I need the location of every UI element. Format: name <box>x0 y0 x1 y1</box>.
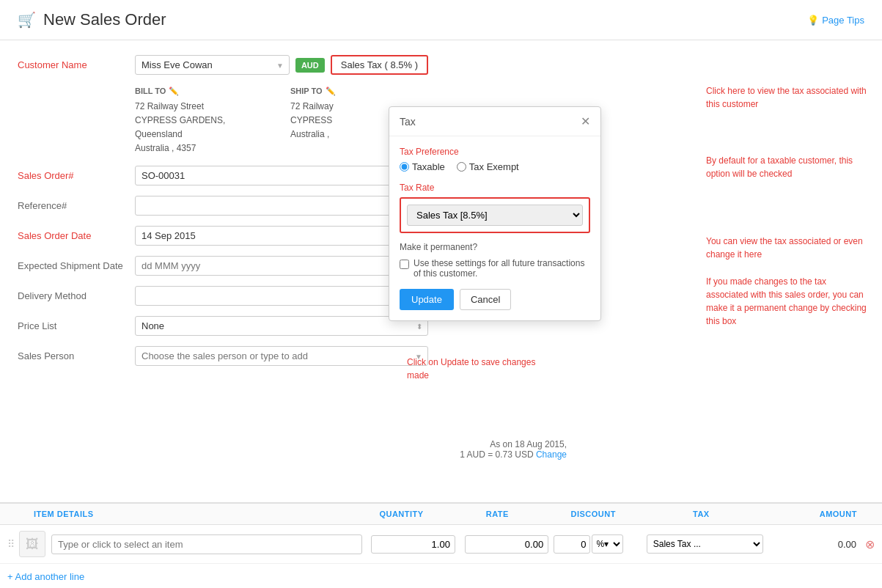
customer-input[interactable] <box>135 55 290 75</box>
modal-title: Tax <box>400 116 416 128</box>
tax-rate-select[interactable]: Sales Tax [8.5%] <box>407 205 583 226</box>
sales-order-input[interactable] <box>135 166 428 185</box>
taxable-radio[interactable] <box>400 162 409 172</box>
tax-rate-label: Tax Rate <box>400 183 590 193</box>
tax-exempt-label: Tax Exempt <box>469 161 519 172</box>
item-rate-input[interactable] <box>465 535 548 554</box>
page-tips-link[interactable]: 💡 Page Tips <box>807 15 864 26</box>
cart-icon: 🛒 <box>18 11 36 29</box>
item-discount-input[interactable] <box>554 535 590 554</box>
sales-person-input[interactable] <box>135 346 428 366</box>
annotation-3: You can view the tax associated or even … <box>706 235 867 261</box>
bill-address: 72 Railway Street CYPRESS GARDENS, Queen… <box>135 100 273 156</box>
table-row: ⠿ 🖼 %▾ Sales Tax ... 0.00 <box>0 525 882 564</box>
delivery-method-input[interactable] <box>135 286 428 306</box>
delivery-method-label: Delivery Method <box>18 286 135 301</box>
sales-order-date-label: Sales Order Date <box>18 226 135 241</box>
col-amount-header: AMOUNT <box>761 510 875 518</box>
annotation-5: If you made changes to the tax associate… <box>706 275 867 328</box>
col-qty-header: QUANTITY <box>353 510 449 518</box>
drag-handle-icon[interactable]: ⠿ <box>7 538 15 550</box>
item-amount: 0.00 <box>763 539 862 550</box>
annotation-2: By default for a taxable customer, this … <box>706 154 867 180</box>
exchange-rate-change[interactable]: Change <box>536 449 567 460</box>
make-permanent-label: Make it permanent? <box>400 242 590 252</box>
col-item-header: ITEM DETAILS <box>7 510 353 518</box>
update-button[interactable]: Update <box>400 289 454 310</box>
tips-icon: 💡 <box>807 15 819 26</box>
item-table-header: ITEM DETAILS QUANTITY RATE DISCOUNT TAX … <box>0 504 882 525</box>
exchange-rate-value: 1 AUD = 0.73 USD <box>460 449 533 460</box>
taxable-label: Taxable <box>412 161 445 172</box>
bill-to-label: BILL TO <box>135 85 166 98</box>
taxable-option[interactable]: Taxable <box>400 161 445 172</box>
sales-order-label: Sales Order# <box>18 166 135 181</box>
tax-exempt-radio[interactable] <box>457 162 466 172</box>
item-tax-select[interactable]: Sales Tax ... <box>647 534 763 554</box>
item-qty-input[interactable] <box>371 535 455 554</box>
currency-badge[interactable]: AUD <box>295 58 325 73</box>
col-tax-header: TAX <box>642 510 762 518</box>
sales-person-label: Sales Person <box>18 346 135 361</box>
col-discount-header: DISCOUNT <box>545 510 642 518</box>
permanent-checkbox-label: Use these settings for all future transa… <box>414 258 590 279</box>
permanent-checkbox[interactable] <box>400 260 409 269</box>
sales-tax-button[interactable]: Sales Tax ( 8.5% ) <box>331 55 428 75</box>
customer-label: Customer Name <box>18 55 135 70</box>
modal-close-button[interactable]: ✕ <box>581 114 590 128</box>
price-list-label: Price List <box>18 316 135 331</box>
item-delete-icon[interactable]: ⊗ <box>865 537 875 551</box>
tax-preference-label: Tax Preference <box>400 147 590 157</box>
sales-order-date-input[interactable] <box>135 226 428 246</box>
annotation-1: Click here to view the tax associated wi… <box>706 84 867 111</box>
reference-label: Reference# <box>18 196 135 211</box>
expected-shipment-label: Expected Shipment Date <box>18 256 135 273</box>
ship-to-edit-icon[interactable]: ✏️ <box>326 85 336 98</box>
page-title: New Sales Order <box>43 10 166 29</box>
exchange-rate-date: As on 18 Aug 2015, <box>490 439 567 449</box>
item-image: 🖼 <box>19 531 45 557</box>
tax-modal: Tax ✕ Tax Preference Taxable Tax Exempt … <box>389 106 601 321</box>
add-line-button[interactable]: + Add another line <box>0 564 882 588</box>
expected-shipment-input[interactable] <box>135 256 428 276</box>
col-rate-header: RATE <box>449 510 545 518</box>
discount-type-select[interactable]: %▾ <box>592 534 623 554</box>
ship-to-label: SHIP TO <box>290 85 323 98</box>
bill-to-edit-icon[interactable]: ✏️ <box>169 85 179 98</box>
annotation-4: Click on Update to save changes made <box>407 356 554 382</box>
price-list-input[interactable] <box>135 316 428 336</box>
cancel-button[interactable]: Cancel <box>460 289 511 310</box>
reference-input[interactable] <box>135 196 428 216</box>
item-name-input[interactable] <box>51 534 362 554</box>
tax-exempt-option[interactable]: Tax Exempt <box>457 161 519 172</box>
